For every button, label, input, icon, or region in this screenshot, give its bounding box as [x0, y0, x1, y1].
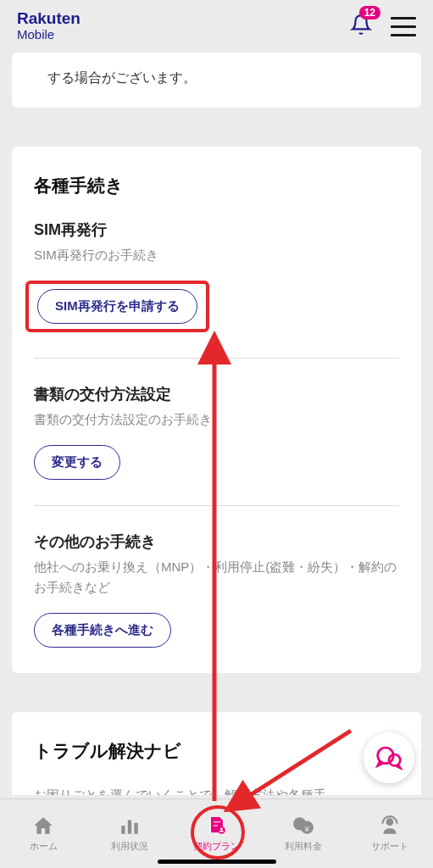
home-icon	[31, 815, 55, 837]
logo[interactable]: Rakuten Mobile	[17, 10, 80, 42]
trouble-nav-card: トラブル解決ナビ お困りごとを選んでいくことで、解決方法や各種手	[12, 712, 421, 795]
divider	[34, 358, 399, 359]
bottom-nav: ホーム 利用状況 契約プラン ¥ 利用料金 サポート	[0, 798, 433, 868]
support-icon	[378, 815, 402, 837]
app-header: Rakuten Mobile 12	[0, 0, 433, 53]
nav-plan[interactable]: 契約プラン	[173, 799, 259, 868]
yen-icon: ¥	[291, 815, 315, 837]
tutorial-highlight: SIM再発行を申請する	[25, 281, 209, 332]
svg-rect-3	[128, 821, 131, 834]
trouble-title: トラブル解決ナビ	[34, 739, 399, 763]
svg-point-5	[218, 826, 225, 834]
home-indicator	[158, 860, 276, 864]
nav-support-label: サポート	[371, 840, 408, 853]
procedures-title: 各種手続き	[34, 174, 399, 198]
other-title: その他のお手続き	[34, 531, 399, 552]
svg-text:¥: ¥	[303, 824, 309, 833]
svg-rect-2	[122, 826, 125, 834]
bar-chart-icon	[118, 815, 142, 837]
nav-usage[interactable]: 利用状況	[86, 799, 173, 868]
divider	[34, 505, 399, 506]
docs-desc: 書類の交付方法設定のお手続き	[34, 409, 399, 430]
main-content: する場合がございます。 各種手続き SIM再発行 SIM再発行のお手続き SIM…	[0, 53, 433, 795]
sim-reissue-section: SIM再発行 SIM再発行のお手続き SIM再発行を申請する	[34, 220, 399, 358]
nav-fee-label: 利用料金	[285, 840, 322, 853]
chat-icon	[375, 744, 402, 771]
logo-brand: Rakuten	[17, 10, 80, 28]
svg-point-10	[386, 818, 394, 826]
other-desc: 他社へのお乗り換え（MNP）・利用停止(盗難・紛失）・解約のお手続きなど	[34, 557, 399, 598]
docs-title: 書類の交付方法設定	[34, 384, 399, 404]
other-procedures-section: その他のお手続き 他社へのお乗り換え（MNP）・利用停止(盗難・紛失）・解約のお…	[34, 531, 399, 673]
change-delivery-button[interactable]: 変更する	[34, 445, 120, 480]
info-card: する場合がございます。	[12, 53, 421, 108]
document-person-icon	[205, 815, 229, 837]
document-delivery-section: 書類の交付方法設定 書類の交付方法設定のお手続き 変更する	[34, 384, 399, 505]
info-text: する場合がございます。	[47, 70, 197, 85]
procedures-card: 各種手続き SIM再発行 SIM再発行のお手続き SIM再発行を申請する 書類の…	[12, 147, 421, 673]
nav-fee[interactable]: ¥ 利用料金	[260, 799, 347, 868]
hamburger-icon	[391, 17, 416, 19]
other-procedures-button[interactable]: 各種手続きへ進む	[34, 613, 171, 648]
svg-point-6	[220, 827, 223, 830]
nav-support[interactable]: サポート	[347, 799, 433, 868]
nav-home-label: ホーム	[30, 840, 58, 853]
logo-subbrand: Mobile	[17, 28, 80, 42]
nav-usage-label: 利用状況	[111, 840, 148, 853]
trouble-desc: お困りごとを選んでいくことで、解決方法や各種手	[34, 785, 399, 795]
svg-rect-4	[135, 823, 138, 834]
nav-home[interactable]: ホーム	[0, 799, 86, 868]
notification-badge: 12	[359, 6, 380, 19]
nav-plan-label: 契約プラン	[193, 840, 240, 853]
chat-fab[interactable]	[364, 732, 414, 783]
sim-desc: SIM再発行のお手続き	[34, 245, 399, 265]
sim-reissue-button[interactable]: SIM再発行を申請する	[37, 289, 197, 324]
sim-title: SIM再発行	[34, 220, 399, 240]
notifications-button[interactable]: 12	[350, 13, 372, 40]
menu-button[interactable]	[391, 17, 416, 36]
